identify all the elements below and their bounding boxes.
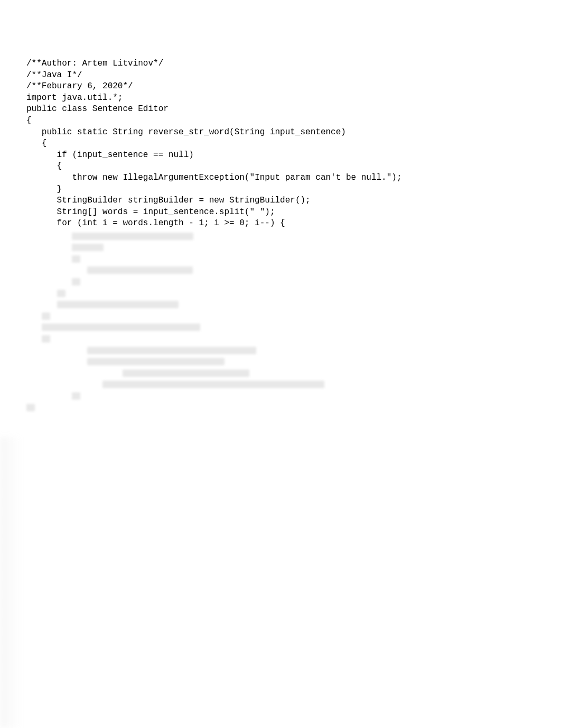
code-line: {: [26, 138, 535, 150]
blurred-line: [26, 242, 535, 254]
blurred-line: [26, 310, 535, 322]
blur-indent: [26, 288, 57, 299]
blurred-line: [26, 231, 535, 242]
code-block: /**Author: Artem Litvinov*//**Java I*//*…: [26, 58, 535, 229]
blur-segment: [87, 358, 225, 365]
blur-indent: [26, 242, 72, 254]
blurred-line: [26, 276, 535, 288]
blur-segment: [72, 278, 80, 285]
code-line: }: [26, 184, 535, 196]
blur-segment: [42, 335, 50, 343]
blurred-line: [26, 379, 535, 391]
blurred-line: [26, 390, 535, 402]
code-line: public static String reverse_str_word(St…: [26, 127, 535, 139]
blurred-line: [26, 288, 535, 299]
code-line: {: [26, 115, 535, 127]
page-shadow-left: [0, 437, 21, 728]
blur-indent: [26, 345, 87, 356]
blur-indent: [26, 390, 72, 402]
blur-segment: [72, 255, 80, 263]
code-line: for (int i = words.length - 1; i >= 0; i…: [26, 218, 535, 229]
blur-segment: [123, 370, 249, 377]
code-line: /**Java I*/: [26, 70, 535, 81]
blur-indent: [26, 299, 57, 310]
blur-indent: [26, 322, 42, 334]
blur-indent: [26, 276, 72, 288]
code-line: throw new IllegalArgumentException("Inpu…: [26, 172, 535, 184]
blur-segment: [42, 324, 200, 331]
blur-indent: [26, 253, 72, 265]
blur-indent: [26, 379, 102, 391]
code-line: import java.util.*;: [26, 93, 535, 104]
blur-indent: [26, 231, 72, 242]
blurred-line: [26, 345, 535, 356]
blur-segment: [102, 381, 324, 388]
blurred-line: [26, 322, 535, 334]
blurred-line: [26, 356, 535, 367]
blurred-line: [26, 253, 535, 265]
blur-segment: [57, 301, 179, 308]
blur-segment: [87, 347, 256, 354]
blur-segment: [87, 266, 193, 274]
blur-indent: [26, 367, 123, 379]
blur-segment: [26, 404, 35, 411]
blur-indent: [26, 333, 42, 345]
code-line: public class Sentence Editor: [26, 104, 535, 115]
code-line: /**Feburary 6, 2020*/: [26, 81, 535, 93]
code-line: {: [26, 161, 535, 172]
blurred-line: [26, 402, 535, 413]
blur-indent: [26, 310, 42, 322]
blurred-line: [26, 367, 535, 379]
code-line: if (input_sentence == null): [26, 150, 535, 161]
blur-segment: [57, 290, 66, 297]
blurred-line: [26, 299, 535, 310]
blur-segment: [72, 392, 80, 400]
blur-indent: [26, 265, 87, 277]
blur-segment: [72, 233, 193, 240]
blurred-line: [26, 333, 535, 345]
code-line: /**Author: Artem Litvinov*/: [26, 58, 535, 70]
blur-segment: [42, 312, 50, 320]
code-line: String[] words = input_sentence.split(" …: [26, 207, 535, 218]
blur-indent: [26, 356, 87, 367]
blurred-line: [26, 265, 535, 277]
blur-segment: [72, 244, 104, 251]
code-line: StringBuilder stringBuilder = new String…: [26, 195, 535, 207]
blurred-code-region: [26, 231, 535, 413]
